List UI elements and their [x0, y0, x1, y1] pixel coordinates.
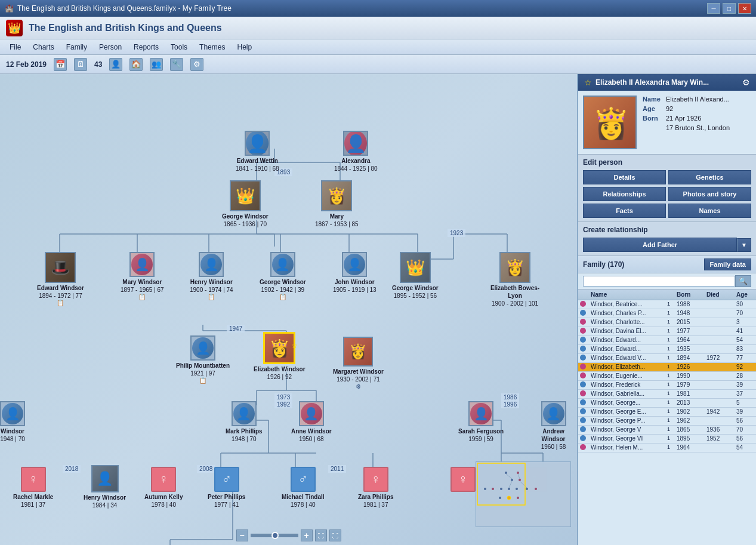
menu-reports[interactable]: Reports — [128, 42, 165, 53]
family-search-btn[interactable]: 🔍 — [735, 275, 751, 287]
persons-icon[interactable]: 👥 — [150, 58, 163, 71]
menu-themes[interactable]: Themes — [193, 42, 231, 53]
family-row[interactable]: Windsor, George V11865193670 — [578, 426, 756, 435]
row-name: Windsor, George... — [589, 399, 665, 407]
menu-tools[interactable]: Tools — [165, 42, 193, 53]
relationships-btn[interactable]: Relationships — [583, 187, 666, 201]
person-henry-windsor-2[interactable]: 👤 Henry Windsor1984 | 34 — [84, 465, 126, 509]
person-icon[interactable]: 👤 — [109, 58, 122, 71]
row-born: 1964 — [675, 444, 705, 452]
person-alexandra[interactable]: 👤 Alexandra1844 - 1925 | 80 — [334, 131, 378, 173]
family-row[interactable]: Windsor, Edward...1196454 — [578, 336, 756, 345]
row-age: 70 — [735, 309, 756, 318]
family-row[interactable]: Windsor, Davina El...1197741 — [578, 327, 756, 336]
maximize-btn[interactable]: □ — [723, 3, 736, 14]
svg-point-49 — [500, 488, 502, 490]
person-elizabeth-bowes-lyon[interactable]: 👸 Elizabeth Bowes-Lyon1900 - 2002 | 101 — [488, 252, 542, 307]
create-rel-title: Create relationship — [583, 226, 751, 234]
zoom-slider[interactable] — [251, 534, 298, 537]
svg-point-43 — [505, 472, 507, 474]
col-icon — [578, 291, 589, 298]
family-row[interactable]: Windsor, Charlotte...120153 — [578, 318, 756, 327]
person-zara-phillips[interactable]: ♀ Zara Phillips1981 | 37 — [358, 467, 393, 509]
facts-btn[interactable]: Facts — [583, 204, 666, 218]
menu-help[interactable]: Help — [231, 42, 258, 53]
family-row[interactable]: Windsor, George E...11902194239 — [578, 408, 756, 417]
genetics-btn[interactable]: Genetics — [668, 170, 751, 184]
person-george-v[interactable]: 👑 George Windsor1865 - 1936 | 70 — [222, 180, 269, 228]
person-henry-windsor-1[interactable]: 👤 Henry Windsor1900 - 1974 | 74 📋 — [190, 252, 233, 300]
person-female-1[interactable]: ♀ — [450, 467, 476, 492]
person-mary-windsor[interactable]: 👤 Mary Windsor1897 - 1965 | 67 📋 — [121, 252, 164, 300]
minimize-btn[interactable]: ─ — [707, 3, 720, 14]
family-row[interactable]: Windsor, Eugenie...1199028 — [578, 372, 756, 381]
row-status: 1 — [665, 354, 675, 362]
row-died — [705, 399, 735, 407]
family-row[interactable]: Windsor, Edward V...11894197277 — [578, 354, 756, 363]
person-settings-icon[interactable]: ⚙ — [742, 78, 750, 87]
menu-file[interactable]: File — [4, 42, 27, 53]
tree-area[interactable]: 1893 1923 1947 1973 1992 1986 1996 2018 … — [0, 74, 577, 545]
person-andrew-windsor[interactable]: 👤 Andrew Windsor1960 | 58 — [530, 401, 577, 451]
person-john-windsor[interactable]: 👤 John Windsor1905 - 1919 | 13 — [333, 252, 377, 294]
zoom-full-btn[interactable]: ⛶ — [329, 529, 341, 541]
name-value: Elizabeth II Alexand... — [666, 96, 729, 103]
family-row[interactable]: Windsor, Helen M...1196454 — [578, 444, 756, 452]
family-row[interactable]: Windsor, Charles P...1194870 — [578, 309, 756, 318]
person-photo[interactable]: 👸 — [583, 96, 637, 149]
calendar2-icon[interactable]: 🗓 — [74, 58, 87, 71]
minimap-svg — [476, 462, 570, 526]
family-data-btn[interactable]: Family data — [704, 258, 751, 270]
menubar: File Charts Family Person Reports Tools … — [0, 39, 756, 55]
person-sarah-ferguson[interactable]: 👤 Sarah Ferguson1959 | 59 — [458, 401, 504, 443]
menu-charts[interactable]: Charts — [27, 42, 60, 53]
app-header: 👑 The English and British Kings and Quee… — [0, 17, 756, 39]
person-windsor-left[interactable]: 👤 Windsor1948 | 70 — [0, 401, 25, 443]
person-edward-wettin[interactable]: 👤 Edward Wettin1841 - 1910 | 68 — [236, 131, 279, 173]
names-btn[interactable]: Names — [668, 204, 751, 218]
tools-icon[interactable]: 🔧 — [170, 58, 183, 71]
person-rachel-markle[interactable]: ♀ Rachel Markle1981 | 37 — [13, 467, 53, 509]
zoom-fit-btn[interactable]: ⛶ — [315, 529, 327, 541]
family-row[interactable]: Windsor, Edward...1193583 — [578, 345, 756, 354]
year-1992: 1992 — [274, 401, 292, 408]
family-row[interactable]: Windsor, George P...1196256 — [578, 417, 756, 426]
family-search-input[interactable] — [583, 276, 735, 287]
person-mary[interactable]: 👸 Mary1867 - 1953 | 85 — [315, 180, 359, 228]
photos-story-btn[interactable]: Photos and story — [668, 187, 751, 201]
family-row[interactable]: Windsor, Elizabeth...1192692 — [578, 363, 756, 372]
family-row[interactable]: Windsor, Frederick1197939 — [578, 381, 756, 390]
calendar-icon[interactable]: 📅 — [54, 58, 67, 71]
family-row[interactable]: Windsor, George...120135 — [578, 399, 756, 408]
menu-family[interactable]: Family — [60, 42, 93, 53]
toolbar-count: 43 — [94, 60, 102, 69]
person-peter-phillips[interactable]: ♂ Peter Phillips1977 | 41 — [208, 467, 245, 509]
zoom-in-btn[interactable]: + — [301, 529, 313, 541]
person-margaret[interactable]: 👸 Margaret Windsor1930 - 2002 | 71 ⚙ — [333, 337, 384, 390]
details-btn[interactable]: Details — [583, 170, 666, 184]
person-anne-windsor[interactable]: 👤 Anne Windsor1950 | 68 — [291, 401, 332, 443]
person-george-vi[interactable]: 👑 George Windsor1895 - 1952 | 56 — [392, 252, 439, 300]
row-status: 1 — [665, 300, 675, 309]
person-elizabeth-ii[interactable]: 👸 ☆ Elizabeth Windsor1926 | 92 — [254, 332, 306, 381]
person-edward-viii[interactable]: 🎩 Edward Windsor1894 - 1972 | 77 📋 — [37, 252, 84, 306]
minimap[interactable] — [476, 461, 571, 527]
add-father-dropdown-btn[interactable]: ▼ — [737, 238, 751, 252]
family-row[interactable]: Windsor, George VI11895195256 — [578, 435, 756, 444]
close-btn[interactable]: ✕ — [738, 3, 751, 14]
settings-icon[interactable]: ⚙ — [190, 58, 203, 71]
person-mark-phillips[interactable]: 👤 Mark Phillips1948 | 70 — [226, 401, 263, 443]
person-george-vi-left[interactable]: 👤 George Windsor1902 - 1942 | 39 📋 — [260, 252, 306, 300]
menu-person[interactable]: Person — [93, 42, 128, 53]
person-philip[interactable]: 👤 Philip Mountbatten1921 | 97 📋 — [176, 335, 230, 384]
family-row[interactable]: Windsor, Beatrice...1198830 — [578, 300, 756, 309]
person-michael-tindall[interactable]: ♂ Michael Tindall1978 | 40 — [282, 467, 325, 509]
zoom-out-btn[interactable]: − — [236, 529, 248, 541]
add-father-btn[interactable]: Add Father — [583, 238, 737, 252]
home-icon[interactable]: 🏠 — [129, 58, 143, 71]
row-status: 1 — [665, 390, 675, 398]
person-autumn-kelly[interactable]: ♀ Autumn Kelly1978 | 40 — [144, 467, 183, 509]
family-row[interactable]: Windsor, Gabriella...1198137 — [578, 390, 756, 399]
row-gender-icon — [578, 318, 589, 327]
favorite-star-icon[interactable]: ☆ — [584, 78, 592, 87]
